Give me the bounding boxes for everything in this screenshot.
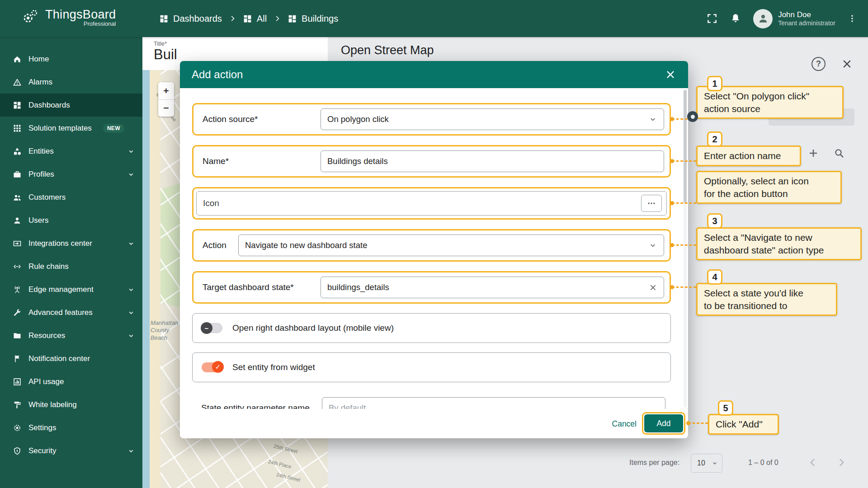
person-icon bbox=[757, 13, 769, 24]
close-dialog-icon[interactable] bbox=[665, 69, 676, 80]
cancel-button[interactable]: Cancel bbox=[612, 419, 637, 428]
sidebar-item-security[interactable]: Security bbox=[0, 439, 142, 462]
pagination-range: 1 – 0 of 0 bbox=[748, 459, 778, 467]
dashboards-icon bbox=[13, 101, 22, 110]
more-dots-icon bbox=[646, 198, 656, 208]
action-source-row: Action source* On polygon click bbox=[192, 103, 671, 136]
notifications-bell-icon[interactable] bbox=[730, 13, 741, 24]
sidebar-item-api-usage[interactable]: API usage bbox=[0, 370, 142, 393]
dialog-footer: Cancel Add bbox=[180, 409, 688, 438]
add-button[interactable]: Add bbox=[644, 414, 683, 432]
action-name-input[interactable]: Buildings details bbox=[321, 150, 664, 172]
users-icon bbox=[13, 216, 22, 225]
chevron-down-icon bbox=[127, 170, 135, 178]
fullscreen-icon[interactable] bbox=[706, 13, 718, 24]
sidebar-item-entities[interactable]: Entities bbox=[0, 140, 142, 163]
add-button-highlight: Add bbox=[642, 412, 685, 435]
action-source-label: Action source* bbox=[203, 114, 258, 124]
alarm-icon bbox=[13, 78, 22, 87]
title-field-label: Title* bbox=[154, 40, 167, 47]
sidebar-item-notification-center[interactable]: Notification center bbox=[0, 347, 142, 370]
thingsboard-logo[interactable]: ThingsBoard Professional bbox=[20, 7, 116, 28]
sidebar-item-integrations-center[interactable]: Integrations center bbox=[0, 232, 142, 255]
step-badge-5: 5 bbox=[718, 400, 733, 416]
action-type-select[interactable]: Navigate to new dashboard state bbox=[238, 235, 664, 256]
search-icon[interactable] bbox=[833, 147, 845, 159]
help-icon[interactable] bbox=[811, 57, 826, 71]
annotation-icon-tip: Optionally, select an icon for the actio… bbox=[696, 171, 842, 204]
map-label-manhattan-county-beach: Manhattan County Beach bbox=[151, 319, 178, 342]
connector-step3 bbox=[672, 244, 696, 246]
sidebar-item-white-labeling[interactable]: White labeling bbox=[0, 393, 142, 416]
set-entity-toggle[interactable] bbox=[202, 362, 222, 372]
sidebar-item-resources[interactable]: Resources bbox=[0, 324, 142, 347]
step-badge-1: 1 bbox=[707, 76, 722, 91]
breadcrumb-all[interactable]: All bbox=[243, 14, 267, 24]
home-icon bbox=[13, 55, 22, 64]
icon-row: Icon bbox=[192, 187, 671, 220]
action-type-label: Action bbox=[203, 240, 226, 250]
advanced-features-icon bbox=[13, 308, 22, 317]
sidebar-item-edge-management[interactable]: Edge management bbox=[0, 278, 142, 301]
logo-title: ThingsBoard bbox=[45, 8, 116, 22]
sidebar-item-settings[interactable]: Settings bbox=[0, 416, 142, 439]
items-per-page-label: Items per page: bbox=[629, 459, 679, 467]
breadcrumb: Dashboards All Buildings bbox=[159, 0, 338, 37]
action-name-label: Name* bbox=[203, 156, 229, 166]
items-per-page-select[interactable]: 10 bbox=[691, 454, 722, 473]
sidebar-item-home[interactable]: Home bbox=[0, 47, 142, 70]
chevron-down-icon bbox=[127, 286, 135, 294]
kebab-menu-icon[interactable] bbox=[847, 14, 857, 23]
profiles-icon bbox=[13, 170, 22, 179]
mobile-layout-toggle[interactable] bbox=[202, 323, 222, 333]
user-menu[interactable]: John Doe Tenant administrator bbox=[753, 9, 835, 28]
step-badge-2: 2 bbox=[707, 131, 722, 147]
clear-icon[interactable] bbox=[649, 283, 657, 292]
sidebar-item-rule-chains[interactable]: Rule chains bbox=[0, 255, 142, 278]
sidebar: Home Alarms Dashboards Solution template… bbox=[0, 37, 142, 488]
sidebar-item-alarms[interactable]: Alarms bbox=[0, 70, 142, 94]
widget-title: Open Street Map bbox=[341, 43, 434, 57]
annotation-step4: Select a state you'd like to be transiti… bbox=[696, 283, 837, 316]
previous-page-icon[interactable] bbox=[807, 457, 819, 468]
sidebar-item-advanced-features[interactable]: Advanced features bbox=[0, 301, 142, 324]
target-state-select[interactable]: buildings_details bbox=[321, 277, 664, 298]
zoom-out-button[interactable]: − bbox=[158, 100, 174, 117]
add-icon[interactable] bbox=[807, 147, 819, 159]
breadcrumb-buildings[interactable]: Buildings bbox=[288, 14, 338, 24]
sidebar-item-users[interactable]: Users bbox=[0, 209, 142, 232]
breadcrumb-dashboards[interactable]: Dashboards bbox=[159, 14, 222, 24]
customers-icon bbox=[13, 193, 22, 202]
sidebar-item-customers[interactable]: Customers bbox=[0, 186, 142, 209]
white-labeling-icon bbox=[13, 400, 22, 409]
chevron-down-icon bbox=[127, 447, 135, 455]
chevron-down-icon bbox=[127, 309, 135, 317]
sidebar-item-profiles[interactable]: Profiles bbox=[0, 163, 142, 186]
close-panel-icon[interactable] bbox=[841, 58, 853, 70]
mobile-layout-label: Open right dashboard layout (mobile view… bbox=[232, 323, 394, 333]
user-name: John Doe bbox=[778, 10, 835, 19]
toggle-check-icon bbox=[212, 361, 224, 373]
annotation-step3: Select a "Navigate to new dashboard stat… bbox=[696, 227, 862, 260]
action-source-select[interactable]: On polygon click bbox=[321, 108, 664, 130]
annotation-step2: Enter action name bbox=[696, 145, 801, 166]
chevron-down-icon bbox=[127, 332, 135, 340]
mobile-layout-row: Open right dashboard layout (mobile view… bbox=[192, 313, 671, 343]
icon-field: Icon bbox=[196, 191, 667, 216]
select-icon-button[interactable] bbox=[641, 195, 662, 212]
sidebar-item-dashboards[interactable]: Dashboards bbox=[0, 94, 142, 117]
dashboards-icon bbox=[288, 14, 297, 23]
connector-step4 bbox=[672, 286, 696, 288]
zoom-in-button[interactable]: + bbox=[158, 82, 174, 99]
sidebar-item-solution-templates[interactable]: Solution templates NEW bbox=[0, 117, 142, 140]
step-badge-3: 3 bbox=[707, 213, 722, 229]
toggle-minus-icon bbox=[201, 322, 212, 334]
set-entity-label: Set entity from widget bbox=[232, 362, 315, 372]
dialog-title: Add action bbox=[192, 68, 243, 81]
dialog-scrollbar[interactable] bbox=[684, 90, 687, 408]
next-page-icon[interactable] bbox=[835, 457, 847, 468]
dashboards-icon bbox=[243, 14, 252, 23]
entities-icon bbox=[13, 147, 22, 156]
title-field-value[interactable]: Buil bbox=[154, 47, 177, 63]
set-entity-row: Set entity from widget bbox=[192, 352, 671, 382]
